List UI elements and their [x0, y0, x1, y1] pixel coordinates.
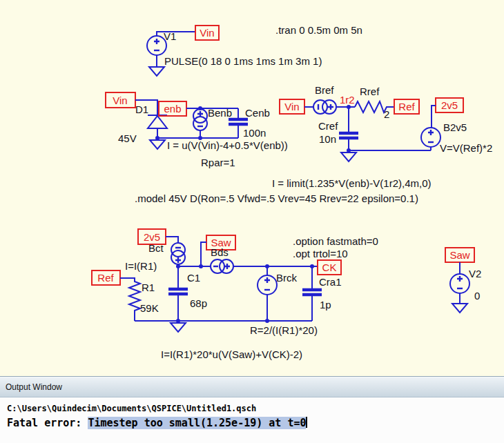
wire[interactable] — [201, 242, 206, 266]
console-path-line[interactable]: C:\Users\Quindecim\Documents\QSPICE\Unti… — [7, 402, 504, 415]
output-window: Output Window C:\Users\Quindecim\Documen… — [0, 376, 504, 443]
plus-mark — [457, 276, 463, 282]
cref-value-label[interactable]: 10n — [319, 133, 336, 145]
b2v5-ref-label[interactable]: B2v5 — [443, 121, 467, 133]
console-error-line[interactable]: Fatal error: Timestep too small(1.25e-19… — [7, 416, 504, 431]
text-caret — [306, 417, 307, 428]
cref-ref-label[interactable]: Cref — [318, 120, 338, 132]
ground-triangle — [341, 152, 356, 161]
error-prefix-text[interactable]: Fatal error: — [7, 417, 88, 429]
net-label-enb[interactable]: enb — [159, 101, 186, 116]
plus-mark — [224, 264, 230, 269]
net-label-ref-rref[interactable]: Ref — [394, 99, 419, 114]
b2v5-equation-label[interactable]: V=V(Ref)*2 — [440, 142, 492, 154]
brck-ref-label[interactable]: Brck — [276, 272, 298, 284]
output-window-header: Output Window — [0, 376, 504, 397]
net-label-vin-bref[interactable]: Vin — [280, 99, 304, 114]
bct-equation-label[interactable]: I=I(R1) — [125, 260, 157, 272]
plus-mark — [328, 104, 333, 110]
v2-voltage-source[interactable] — [450, 274, 469, 293]
d1-ref-label[interactable]: D1 — [135, 104, 148, 115]
brck-behavioral-resistor[interactable] — [258, 266, 277, 321]
plus-mark — [428, 130, 434, 135]
bds-current-source[interactable] — [211, 259, 233, 273]
wire[interactable] — [166, 237, 178, 243]
d1-diode[interactable] — [148, 115, 167, 128]
output-console[interactable]: C:\Users\Quindecim\Documents\QSPICE\Unti… — [0, 397, 504, 431]
ground-symbol[interactable] — [149, 67, 164, 76]
net-label-text: CK — [322, 262, 337, 273]
schematic-svg: V1 PULSE(0 18 0 1ms 1ms 1m 3m 1) Vin .tr… — [0, 0, 504, 376]
schematic-canvas[interactable]: V1 PULSE(0 18 0 1ms 1ms 1m 3m 1) Vin .tr… — [0, 0, 504, 376]
net-label-text: Saw — [449, 249, 469, 261]
ground-triangle — [149, 67, 164, 76]
option-fastmath-directive[interactable]: .option fastmath=0 — [293, 235, 378, 247]
benb-equation-label[interactable]: I = u(V(Vin)-4+0.5*V(enb)) — [167, 139, 288, 151]
node-name-1r2[interactable]: 1r2 — [340, 94, 355, 106]
c1-value-label[interactable]: 68p — [190, 297, 207, 309]
ground-triangle — [150, 140, 165, 149]
net-label-text: 2v5 — [441, 99, 458, 111]
junction-dot — [155, 136, 159, 140]
ground-symbol[interactable] — [452, 304, 467, 313]
output-window-title: Output Window — [6, 382, 62, 392]
v2-ref-label[interactable]: V2 — [469, 268, 481, 279]
bct-current-source[interactable] — [171, 243, 185, 266]
cenb-value-label[interactable]: 100n — [243, 127, 266, 139]
model-directive[interactable]: .model 45V D(Ron=.5 Vfwd=.5 Vrev=45 Rrev… — [135, 193, 418, 204]
r1-resistor[interactable] — [120, 278, 140, 321]
net-label-vin-d1[interactable]: Vin — [106, 92, 135, 108]
plus-mark — [264, 277, 270, 283]
net-label-2v5-b2v5[interactable]: 2v5 — [436, 98, 463, 112]
r1-ref-label[interactable]: R1 — [142, 282, 155, 293]
cenb-ref-label[interactable]: Cenb — [245, 107, 270, 119]
cra1-value-label[interactable]: 1p — [320, 299, 331, 311]
bref-current-source[interactable] — [313, 100, 336, 114]
rref-value-label[interactable]: 2 — [384, 108, 389, 120]
bref-equation-label[interactable]: I = limit(1.235*V(enb)-V(1r2),4m,0) — [272, 177, 432, 189]
plus-mark — [197, 111, 203, 117]
junction-dot — [347, 148, 351, 152]
brck-equation-label[interactable]: R=2/(I(R1)*20) — [250, 324, 318, 336]
net-label-text: enb — [164, 103, 181, 115]
plus-mark — [175, 257, 181, 263]
net-label-saw-v2[interactable]: Saw — [445, 248, 474, 262]
ground-triangle — [171, 323, 186, 332]
net-label-ck[interactable]: CK — [318, 260, 341, 275]
ground-symbol[interactable] — [171, 321, 186, 332]
qspice-window: V1 PULSE(0 18 0 1ms 1ms 1m 3m 1) Vin .tr… — [0, 0, 504, 443]
rref-ref-label[interactable]: Rref — [360, 86, 380, 97]
net-label-text: Vin — [284, 101, 299, 112]
benb-ref-label[interactable]: Benb — [208, 107, 232, 119]
diode-triangle — [148, 116, 167, 128]
bds-equation-label[interactable]: I=I(R1)*20*u(V(Saw)+V(CK)-2) — [161, 348, 302, 360]
c1-ref-label[interactable]: C1 — [187, 272, 200, 284]
bds-ref-label[interactable]: Bds — [211, 246, 229, 258]
d1-model-label[interactable]: 45V — [118, 132, 137, 144]
net-label-vin-top[interactable]: Vin — [195, 26, 219, 40]
net-label-text: Vin — [200, 27, 214, 39]
r1-value-label[interactable]: 59K — [140, 302, 159, 314]
net-label-text: Vin — [113, 95, 127, 106]
error-selected-text[interactable]: Timestep too small(1.25e-19) at t=0 — [88, 417, 306, 429]
net-label-ref-r1[interactable]: Ref — [92, 270, 120, 285]
ground-triangle — [452, 304, 467, 313]
net-label-text: Ref — [398, 101, 415, 112]
benb-current-source[interactable] — [193, 108, 207, 138]
v1-ref-label[interactable]: V1 — [164, 30, 176, 42]
net-label-text: Ref — [97, 272, 114, 284]
resistor-zigzag — [120, 278, 140, 321]
v1-value-label[interactable]: PULSE(0 18 0 1ms 1ms 1m 3m 1) — [164, 55, 322, 67]
opt-trtol-directive[interactable]: .opt trtol=10 — [293, 248, 348, 259]
cref-capacitor[interactable] — [339, 133, 358, 150]
bct-ref-label[interactable]: Bct — [148, 242, 164, 254]
cra1-ref-label[interactable]: Cra1 — [319, 276, 342, 288]
v2-value-label[interactable]: 0 — [474, 290, 480, 302]
tran-directive[interactable]: .tran 0 0.5m 0m 5n — [275, 24, 362, 36]
c1-capacitor[interactable] — [168, 266, 188, 321]
bref-ref-label[interactable]: Bref — [315, 84, 334, 96]
b2v5-voltage-source[interactable] — [421, 128, 440, 150]
plus-mark — [154, 39, 159, 44]
net-label-text: 2v5 — [144, 231, 160, 243]
benb-param-label[interactable]: Rpar=1 — [201, 157, 235, 168]
